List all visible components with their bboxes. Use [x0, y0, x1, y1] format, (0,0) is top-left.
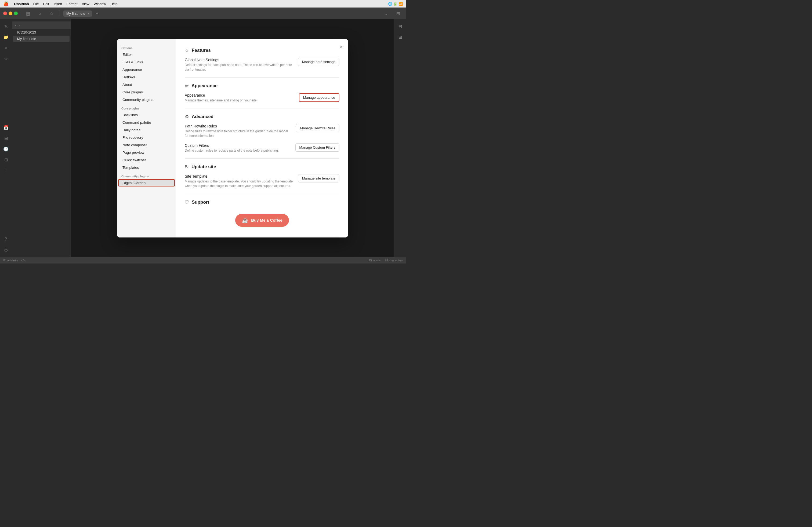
status-bar-right: 15 words 92 characters [369, 259, 403, 262]
path-rewrite-name: Path Rewrite Rules [185, 124, 292, 128]
file-item-icd20[interactable]: ICD20-2023 [13, 29, 70, 35]
fullscreen-button[interactable] [14, 12, 18, 15]
settings-icon[interactable]: ⚙ [1, 245, 11, 255]
settings-modal: Options Editor Files & Links Appearance … [117, 39, 348, 237]
menu-window[interactable]: Window [94, 2, 106, 6]
settings-item-core-plugins[interactable]: Core plugins [118, 89, 175, 96]
menu-insert[interactable]: Insert [54, 2, 62, 6]
support-title: Support [192, 200, 209, 205]
help-icon[interactable]: ? [1, 235, 11, 244]
settings-item-note-composer[interactable]: Note composer [118, 141, 175, 149]
right-expand-icon[interactable]: ⊞ [395, 32, 405, 42]
active-tab[interactable]: My first note × [63, 11, 92, 17]
settings-content: × ☆ Features Global Note Settings Defaul… [176, 39, 348, 237]
main-content: Options Editor Files & Links Appearance … [71, 19, 394, 257]
site-template-name: Site Template [185, 174, 294, 178]
settings-item-appearance[interactable]: Appearance [118, 66, 175, 73]
settings-item-hotkeys[interactable]: Hotkeys [118, 74, 175, 81]
custom-filters-info: Custom Filters Define custom rules to re… [185, 143, 291, 153]
settings-sidebar: Options Editor Files & Links Appearance … [117, 39, 176, 237]
settings-close-button[interactable]: × [338, 43, 344, 51]
settings-item-backlinks[interactable]: Backlinks [118, 111, 175, 119]
manage-appearance-button[interactable]: Manage appearance [299, 93, 339, 102]
manage-note-settings-button[interactable]: Manage note settings [298, 58, 339, 66]
advanced-title: Advanced [192, 114, 214, 119]
menu-view[interactable]: View [82, 2, 89, 6]
advanced-divider [185, 108, 339, 108]
manage-rewrite-rules-button[interactable]: Manage Rewrite Rules [296, 124, 339, 132]
community-plugins-label: Community plugins [117, 171, 176, 179]
advanced-icon: ⚙ [185, 114, 189, 120]
status-bar: 0 backlinks </> 15 words 92 characters [0, 257, 406, 264]
menu-edit[interactable]: Edit [43, 2, 49, 6]
forward-arrow[interactable]: › [18, 23, 20, 27]
star-icon[interactable]: ☆ [47, 9, 56, 18]
appearance-desc: Manage themes, sitename and styling on y… [185, 98, 294, 103]
layers-icon[interactable]: ⊟ [1, 133, 11, 143]
global-note-settings-desc: Default settings for each published note… [185, 63, 294, 72]
minimize-button[interactable] [9, 12, 12, 15]
global-note-settings-info: Global Note Settings Default settings fo… [185, 58, 294, 72]
tab-bar: ▤ ⌕ ☆ My first note × + ⌄ ⊞ [0, 7, 406, 19]
coffee-icon: ☕ [242, 217, 248, 224]
appearance-name: Appearance [185, 93, 294, 97]
appearance-icon: ✏ [185, 83, 189, 89]
settings-item-about[interactable]: About [118, 81, 175, 88]
menu-help[interactable]: Help [110, 2, 118, 6]
features-icon: ☆ [185, 47, 189, 54]
support-section-header: ♡ Support [185, 199, 339, 205]
search-icon[interactable]: ⌕ [35, 9, 45, 18]
buy-me-coffee-button[interactable]: ☕ Buy Me a Coffee [235, 214, 289, 227]
settings-item-editor[interactable]: Editor [118, 51, 175, 58]
apple-menu[interactable]: 🍎 [3, 1, 9, 6]
bmc-container: ☕ Buy Me a Coffee [185, 210, 339, 231]
path-rewrite-action: Manage Rewrite Rules [296, 124, 339, 132]
site-template-row: Site Template Manage updates to the base… [185, 174, 339, 189]
manage-custom-filters-button[interactable]: Manage Custom Filters [295, 143, 339, 152]
settings-item-templates[interactable]: Templates [118, 164, 175, 171]
tab-close-button[interactable]: × [88, 12, 89, 15]
settings-item-community-plugins[interactable]: Community plugins [118, 96, 175, 103]
settings-item-command-palette[interactable]: Command palette [118, 119, 175, 126]
git-icon[interactable]: ↑ [1, 166, 11, 175]
settings-item-file-recovery[interactable]: File recovery [118, 134, 175, 141]
settings-item-digital-garden[interactable]: Digital Garden [118, 179, 175, 186]
right-layout-icon[interactable]: ⊟ [395, 21, 405, 31]
app-name[interactable]: Obsidian [14, 2, 29, 6]
code-status: </> [21, 259, 25, 262]
new-tab-button[interactable]: + [96, 11, 99, 16]
menu-file[interactable]: File [33, 2, 39, 6]
manage-site-template-button[interactable]: Manage site template [298, 174, 339, 182]
site-template-info: Site Template Manage updates to the base… [185, 174, 294, 189]
update-site-divider [185, 158, 339, 159]
file-item-first-note[interactable]: My first note [13, 36, 70, 42]
update-site-section-header: ↻ Update site [185, 164, 339, 170]
search-sidebar-icon[interactable]: ⌕ [1, 43, 11, 52]
clock-icon[interactable]: 🕐 [1, 144, 11, 154]
custom-filters-row: Custom Filters Define custom rules to re… [185, 143, 339, 153]
appearance-row: Appearance Manage themes, sitename and s… [185, 93, 339, 103]
sidebar-toggle-icon[interactable]: ▤ [23, 9, 33, 18]
edit-icon[interactable]: ✎ [1, 21, 11, 31]
close-button[interactable] [3, 12, 7, 15]
settings-item-page-preview[interactable]: Page preview [118, 149, 175, 156]
custom-filters-desc: Define custom rules to replace parts of … [185, 148, 291, 153]
tag-icon[interactable]: ⊞ [1, 155, 11, 165]
settings-item-files-links[interactable]: Files & Links [118, 59, 175, 66]
calendar-icon[interactable]: 📅 [1, 123, 11, 132]
settings-item-daily-notes[interactable]: Daily notes [118, 126, 175, 134]
path-rewrite-info: Path Rewrite Rules Define rules to rewri… [185, 124, 292, 138]
bmc-label: Buy Me a Coffee [251, 218, 282, 223]
global-note-settings-name: Global Note Settings [185, 58, 294, 62]
tab-title: My first note [66, 12, 85, 16]
settings-item-quick-switcher[interactable]: Quick switcher [118, 156, 175, 164]
custom-filters-name: Custom Filters [185, 143, 291, 148]
menu-format[interactable]: Format [67, 2, 77, 6]
chevron-down-icon[interactable]: ⌄ [381, 9, 391, 18]
folder-icon[interactable]: 📁 [1, 32, 11, 42]
path-rewrite-desc: Define rules to rewrite note folder stru… [185, 129, 292, 138]
star-sidebar-icon[interactable]: ☆ [1, 54, 11, 63]
back-arrow[interactable]: ‹ [15, 23, 16, 27]
layout-icon[interactable]: ⊞ [393, 9, 403, 18]
global-note-settings-action: Manage note settings [298, 58, 339, 66]
